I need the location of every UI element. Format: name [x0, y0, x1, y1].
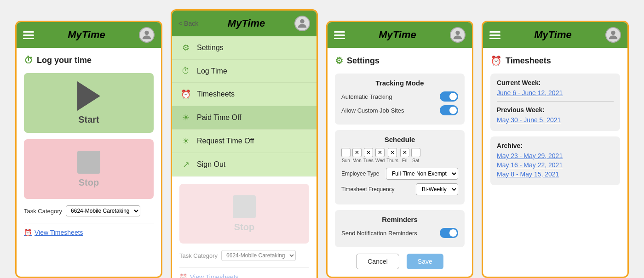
task-label-p2: Task Category [179, 252, 218, 259]
header-panel2: < Back MyTime [172, 11, 316, 36]
hamburger-icon-p4[interactable] [489, 31, 500, 39]
menu-item-signout[interactable]: ↗ Sign Out [172, 153, 316, 176]
header-panel1: MyTime [17, 22, 161, 48]
clock-icon: ⏱ [24, 55, 33, 66]
auto-tracking-toggle[interactable] [440, 91, 458, 102]
employee-type-select[interactable]: Full-Time Non Exempt [386, 168, 458, 180]
custom-job-sites-row: Allow Custom Job Sites [341, 105, 458, 115]
settings-content: ⚙ Settings Tracking Mode Automatic Track… [328, 48, 472, 277]
view-timesheets-p2: ⏰ View Timesheets [179, 273, 309, 278]
settings-title: ⚙ Settings [335, 55, 465, 66]
avatar-panel2[interactable] [294, 16, 310, 31]
previous-week-link[interactable]: May 30 - June 5, 2021 [497, 116, 614, 124]
avatar-panel1[interactable] [139, 27, 155, 43]
stop-label-p2: Stop [234, 222, 254, 233]
avatar-panel3[interactable] [450, 27, 466, 43]
settings-icon: ⚙ [180, 43, 191, 53]
custom-job-sites-label: Allow Custom Job Sites [341, 107, 404, 114]
send-notifications-row: Send Notification Reminders [341, 228, 458, 238]
app-title-panel1: MyTime [68, 29, 105, 41]
start-button[interactable]: Start [24, 73, 154, 133]
archive-link-2[interactable]: May 8 - May 15, 2021 [497, 170, 614, 178]
schedule-title: Schedule [341, 136, 458, 143]
send-notifications-label: Send Notification Reminders [341, 230, 417, 237]
signout-icon: ↗ [180, 159, 191, 170]
day-fri: ✕ Fri [400, 148, 409, 163]
settings-buttons: Cancel Save [335, 254, 465, 269]
avatar-panel4[interactable] [605, 27, 621, 43]
custom-job-sites-toggle[interactable] [440, 105, 458, 115]
archive-section: Archive: May 23 - May 29, 2021 May 16 - … [490, 136, 620, 185]
day-checkbox-mon[interactable]: ✕ [352, 148, 362, 157]
day-checkbox-sat[interactable] [411, 148, 420, 157]
day-checkbox-fri[interactable]: ✕ [400, 148, 409, 157]
logtime-icon: ⏱ [180, 66, 191, 76]
menu-item-request-pto[interactable]: ☀ Request Time Off [172, 130, 316, 153]
timesheets-menu-icon: ⏰ [180, 89, 191, 99]
day-checkbox-thurs[interactable]: ✕ [388, 148, 397, 157]
divider1 [24, 223, 154, 223]
schedule-section: Schedule Sun ✕ Mon ✕ Tues ✕ Wed [335, 130, 465, 204]
task-category-label: Task Category [24, 208, 62, 215]
day-tues: ✕ Tues [363, 148, 374, 163]
auto-tracking-row: Automatic Tracking [341, 91, 458, 102]
timesheets-title: ⏰ Timesheets [490, 55, 620, 66]
pto-icon: ☀ [180, 113, 191, 123]
task-row-p2: Task Category 6624-Mobile Caretaking [179, 250, 309, 261]
stop-button-p2: Stop [179, 184, 309, 244]
notifications-toggle[interactable] [440, 228, 458, 238]
ts-icon-p2: ⏰ [179, 273, 187, 278]
back-button[interactable]: < Back [178, 20, 198, 27]
archive-link-0[interactable]: May 23 - May 29, 2021 [497, 152, 614, 159]
tracking-mode-section: Tracking Mode Automatic Tracking Allow C… [335, 74, 465, 125]
employee-type-row: Employee Type Full-Time Non Exempt [341, 168, 458, 180]
timesheets-clock-icon: ⏰ [24, 229, 32, 236]
svg-point-3 [611, 31, 615, 35]
panel-settings: MyTime ⚙ Settings Tracking Mode Automati… [326, 21, 473, 278]
day-thurs: ✕ Thurs [386, 148, 398, 163]
day-sun: Sun [341, 148, 351, 163]
timesheets-title-icon: ⏰ [490, 55, 502, 66]
panel-log-time: MyTime ⏱ Log your time Start Stop Task C… [15, 21, 162, 278]
menu-item-settings[interactable]: ⚙ Settings [172, 36, 316, 60]
timesheet-freq-select[interactable]: Bi-Weekly [416, 183, 458, 195]
day-mon: ✕ Mon [352, 148, 362, 163]
menu-item-timesheets[interactable]: ⏰ Timesheets [172, 83, 316, 106]
menu-item-pto[interactable]: ☀ Paid Time Off [172, 106, 316, 130]
app-title-panel3: MyTime [379, 29, 416, 41]
stop-icon [77, 151, 100, 174]
log-time-title: ⏱ Log your time [24, 55, 154, 66]
day-sat: Sat [411, 148, 420, 163]
timesheet-freq-label: Timesheet Frequency [341, 186, 395, 193]
panel2-bottom: Stop Task Category 6624-Mobile Caretakin… [172, 176, 316, 278]
save-button[interactable]: Save [407, 254, 443, 269]
current-week-label: Current Week: [497, 79, 614, 86]
hamburger-icon[interactable] [23, 31, 34, 39]
reminders-section: Reminders Send Notification Reminders [335, 210, 465, 247]
auto-tracking-label: Automatic Tracking [341, 93, 392, 100]
gear-icon: ⚙ [335, 55, 343, 66]
stop-label: Stop [79, 177, 99, 188]
day-checkbox-sun[interactable] [341, 148, 351, 157]
menu-item-logtime[interactable]: ⏱ Log Time [172, 60, 316, 83]
hamburger-icon-p3[interactable] [334, 31, 345, 39]
timesheets-content: ⏰ Timesheets Current Week: June 6 - June… [483, 48, 627, 198]
current-week-section: Current Week: June 6 - June 12, 2021 Pre… [490, 74, 620, 131]
panel-menu: < Back MyTime ⚙ Settings ⏱ Log Time ⏰ Ti… [171, 9, 318, 278]
view-timesheets-link[interactable]: ⏰ View Timesheets [24, 229, 154, 236]
app-title-panel4: MyTime [534, 29, 572, 41]
current-week-link[interactable]: June 6 - June 12, 2021 [497, 89, 614, 96]
task-category-select[interactable]: 6624-Mobile Caretaking [66, 205, 140, 216]
stop-button[interactable]: Stop [24, 139, 154, 199]
start-label: Start [78, 114, 99, 125]
menu-overlay: ⚙ Settings ⏱ Log Time ⏰ Timesheets ☀ Pai… [172, 36, 316, 176]
header-panel3: MyTime [328, 22, 472, 48]
day-wed: ✕ Wed [375, 148, 385, 163]
svg-point-1 [300, 19, 304, 23]
svg-point-0 [144, 31, 149, 35]
day-checkbox-tues[interactable]: ✕ [364, 148, 373, 157]
cancel-button[interactable]: Cancel [356, 254, 399, 269]
previous-week-label: Previous Week: [497, 106, 614, 113]
day-checkbox-wed[interactable]: ✕ [375, 148, 385, 157]
archive-link-1[interactable]: May 16 - May 22, 2021 [497, 161, 614, 169]
